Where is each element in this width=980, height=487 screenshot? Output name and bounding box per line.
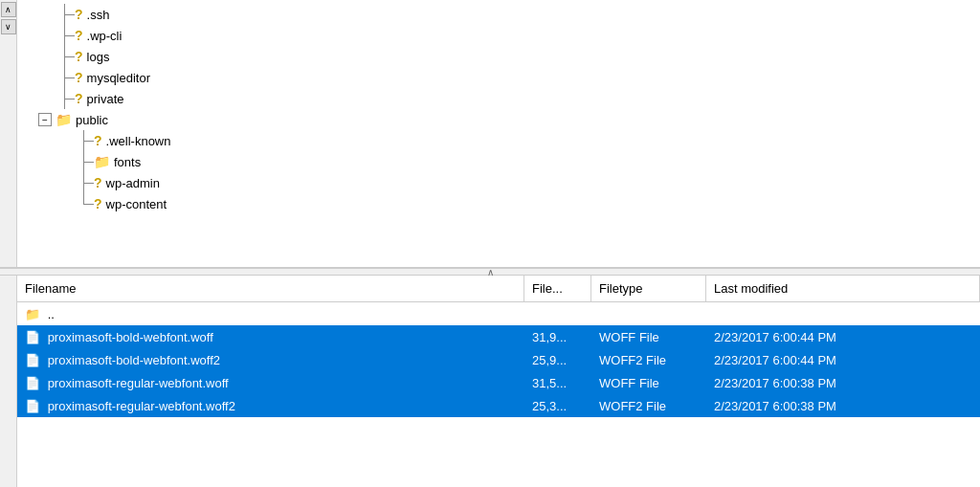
file-cell-size: 25,3... <box>524 397 591 415</box>
unknown-icon: ? <box>75 70 83 85</box>
tree-label: .well-known <box>106 134 171 148</box>
tree-item-logs[interactable]: ? logs <box>17 46 980 67</box>
file-cell-filename: 📁 .. <box>17 305 524 323</box>
folder-icon: 📁 <box>56 112 72 127</box>
unknown-icon: ? <box>75 7 83 22</box>
tree-line <box>56 46 75 67</box>
tree-item-public[interactable]: − 📁 public <box>17 109 980 130</box>
col-header-filetype: Filetype <box>591 276 706 301</box>
tree-label: .wp-cli <box>87 29 122 43</box>
file-row-4[interactable]: 📄 proximasoft-regular-webfont.woff2 25,3… <box>17 394 980 417</box>
scroll-down-btn[interactable]: ∨ <box>1 19 16 34</box>
tree-label: logs <box>87 50 110 64</box>
file-cell-lastmod <box>706 312 980 316</box>
tree-item-wellknown[interactable]: ? .well-known <box>17 130 980 151</box>
col-header-filename: Filename <box>17 276 524 301</box>
file-icon: 📄 <box>25 353 40 367</box>
tree-content: ? .ssh ? .wp-cli ? logs ? <box>17 0 980 267</box>
tree-item-mysqleditor[interactable]: ? mysqleditor <box>17 67 980 88</box>
file-row-1[interactable]: 📄 proximasoft-bold-webfont.woff 31,9... … <box>17 325 980 348</box>
tree-line <box>56 25 75 46</box>
tree-item-wpcontent[interactable]: ? wp-content <box>17 193 980 214</box>
tree-line <box>56 4 75 25</box>
file-cell-type <box>591 312 706 316</box>
tree-item-wpcli[interactable]: ? .wp-cli <box>17 25 980 46</box>
tree-item-ssh[interactable]: ? .ssh <box>17 4 980 25</box>
file-cell-lastmod: 2/23/2017 6:00:38 PM <box>706 397 980 415</box>
tree-line <box>75 151 94 172</box>
file-cell-size: 31,5... <box>524 374 591 392</box>
tree-item-wpadmin[interactable]: ? wp-admin <box>17 172 980 193</box>
file-cell-filename: 📄 proximasoft-bold-webfont.woff2 <box>17 351 524 369</box>
tree-line <box>75 172 94 193</box>
file-cell-type: WOFF2 File <box>591 397 706 415</box>
unknown-icon: ? <box>75 91 83 106</box>
file-cell-filename: 📄 proximasoft-regular-webfont.woff2 <box>17 397 524 415</box>
unknown-icon: ? <box>75 28 83 43</box>
tree-pane: ∧ ∨ ? .ssh ? .wp-cli ? <box>0 0 980 268</box>
tree-label: fonts <box>114 155 141 169</box>
file-cell-lastmod: 2/23/2017 6:00:44 PM <box>706 351 980 369</box>
tree-item-fonts[interactable]: 📁 fonts <box>17 151 980 172</box>
file-row-2[interactable]: 📄 proximasoft-bold-webfont.woff2 25,9...… <box>17 348 980 371</box>
resize-handle[interactable]: ∧ <box>0 268 980 276</box>
tree-item-private[interactable]: ? private <box>17 88 980 109</box>
file-cell-lastmod: 2/23/2017 6:00:38 PM <box>706 374 980 392</box>
file-icon: 📄 <box>25 330 40 344</box>
tree-label: public <box>76 113 108 127</box>
tree-label: private <box>87 92 124 106</box>
unknown-icon: ? <box>94 175 102 190</box>
collapse-button[interactable]: − <box>38 113 52 126</box>
file-icon: 📄 <box>25 376 40 390</box>
file-cell-filename: 📄 proximasoft-regular-webfont.woff <box>17 374 524 392</box>
file-rows: 📁 .. 📄 proximasoft-bold-webfont.woff 31,… <box>17 302 980 487</box>
tree-label: wp-content <box>106 197 167 211</box>
file-cell-lastmod: 2/23/2017 6:00:44 PM <box>706 328 980 346</box>
unknown-icon: ? <box>94 196 102 211</box>
tree-line <box>75 130 94 151</box>
file-row-3[interactable]: 📄 proximasoft-regular-webfont.woff 31,5.… <box>17 371 980 394</box>
file-header: Filename File... Filetype Last modified <box>17 276 980 302</box>
file-content: Filename File... Filetype Last modified … <box>17 276 980 487</box>
file-pane: Filename File... Filetype Last modified … <box>0 276 980 487</box>
tree-line <box>56 67 75 88</box>
tree-label: .ssh <box>87 8 110 22</box>
unknown-icon: ? <box>75 49 83 64</box>
file-cell-type: WOFF File <box>591 328 706 346</box>
file-cell-size <box>524 312 591 316</box>
col-header-filesize: File... <box>524 276 591 301</box>
tree-label: mysqleditor <box>87 71 150 85</box>
scroll-up-btn[interactable]: ∧ <box>1 2 16 17</box>
folder-icon: 📁 <box>25 307 40 321</box>
file-row-parent[interactable]: 📁 .. <box>17 302 980 325</box>
tree-line-last <box>75 193 94 214</box>
tree-scrollbar[interactable]: ∧ ∨ <box>0 0 17 267</box>
file-cell-size: 31,9... <box>524 328 591 346</box>
file-scrollbar[interactable] <box>0 276 17 487</box>
tree-line <box>56 88 75 109</box>
file-cell-filename: 📄 proximasoft-bold-webfont.woff <box>17 328 524 346</box>
main-container: ∧ ∨ ? .ssh ? .wp-cli ? <box>0 0 980 487</box>
col-header-lastmod: Last modified <box>706 276 980 301</box>
file-cell-size: 25,9... <box>524 351 591 369</box>
file-icon: 📄 <box>25 399 40 413</box>
file-cell-type: WOFF File <box>591 374 706 392</box>
unknown-icon: ? <box>94 133 102 148</box>
tree-label: wp-admin <box>106 176 160 190</box>
file-cell-type: WOFF2 File <box>591 351 706 369</box>
folder-icon: 📁 <box>94 154 110 169</box>
